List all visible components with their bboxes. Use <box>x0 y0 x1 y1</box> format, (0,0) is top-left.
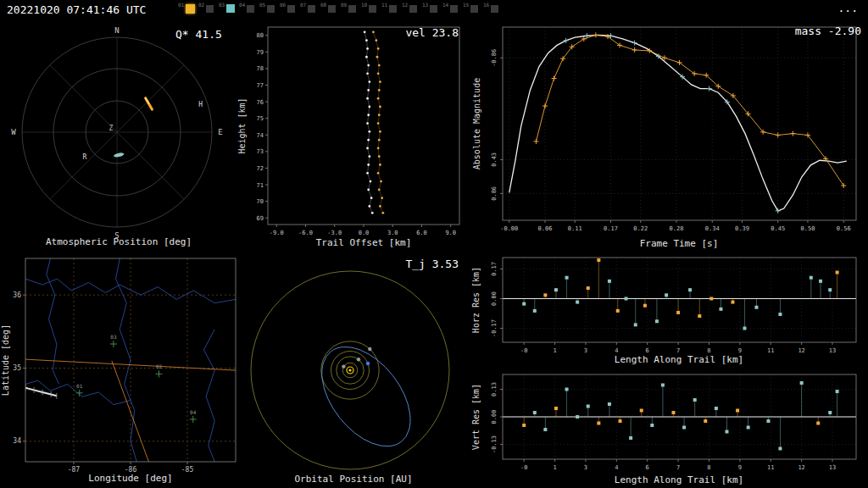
frame-indicator-02[interactable]: 02 <box>198 2 219 16</box>
frame-chip <box>267 5 275 13</box>
svg-text:79: 79 <box>257 49 264 56</box>
svg-text:3: 3 <box>584 347 587 352</box>
frame-strip: 01020304050607080910111213141516 <box>178 2 504 17</box>
frame-chip <box>450 5 458 13</box>
orbital-position-panel: T_j 3.53 Orbital Position [AU] <box>237 251 470 488</box>
svg-text:0.00: 0.00 <box>491 410 498 424</box>
svg-text:Horz Res [km]: Horz Res [km] <box>471 267 481 333</box>
svg-text:0.00: 0.00 <box>491 291 498 306</box>
svg-text:35: 35 <box>13 364 21 372</box>
frame-indicator-16[interactable]: 16 <box>483 2 504 16</box>
frame-indicator-15[interactable]: 15 <box>463 2 483 16</box>
horz-length-xlabel: Length Along Trail [km] <box>615 354 743 365</box>
frame-number: 16 <box>483 2 489 8</box>
svg-text:34: 34 <box>13 437 21 445</box>
svg-text:0.50: 0.50 <box>801 225 815 232</box>
svg-text:0.13: 0.13 <box>491 382 498 396</box>
ground-map-panel: 01020304-87-86-85343536Latitude [deg] Lo… <box>0 251 237 488</box>
svg-text:11: 11 <box>767 464 774 471</box>
svg-text:E: E <box>218 128 222 136</box>
overflow-menu-button[interactable]: ... <box>838 2 858 14</box>
svg-text:0.0: 0.0 <box>359 230 370 236</box>
svg-text:3.0: 3.0 <box>387 230 398 236</box>
frame-indicator-05[interactable]: 05 <box>259 2 280 16</box>
frame-chip <box>348 5 356 13</box>
trail-offset-xlabel: Trail Offset [km] <box>316 237 412 248</box>
frame-indicator-09[interactable]: 09 <box>341 2 361 16</box>
trail-offset-plot: -9.0-6.0-3.00.03.06.09.06970717273747576… <box>237 19 470 251</box>
frame-number: 12 <box>402 2 408 8</box>
svg-text:1: 1 <box>553 347 556 352</box>
frame-chip <box>206 5 214 13</box>
svg-text:74: 74 <box>257 132 264 139</box>
svg-text:7: 7 <box>676 347 680 352</box>
svg-text:03: 03 <box>110 334 117 340</box>
svg-text:0.45: 0.45 <box>771 225 785 232</box>
ground-map-plot: 01020304-87-86-85343536Latitude [deg] <box>0 251 237 488</box>
horizontal-residuals-plot: -01346789111213-0.170.000.17Horz Res [km… <box>470 251 868 352</box>
svg-text:1: 1 <box>553 464 556 471</box>
frame-chip <box>247 5 254 13</box>
orbital-position-title: Orbital Position [AU] <box>294 474 412 485</box>
frame-indicator-08[interactable]: 08 <box>320 2 341 16</box>
atmospheric-position-plot: NSWEZHR <box>0 19 237 251</box>
svg-text:-0.86: -0.86 <box>491 49 498 67</box>
frame-chip <box>491 5 498 13</box>
frame-number: 01 <box>178 2 184 8</box>
svg-text:04: 04 <box>190 409 197 415</box>
frame-number: 13 <box>422 2 428 8</box>
frame-indicator-03[interactable]: 03 <box>219 2 239 16</box>
svg-text:6: 6 <box>646 347 649 352</box>
svg-text:4: 4 <box>615 464 618 471</box>
atmospheric-position-title: Atmospheric Position [deg] <box>46 236 192 247</box>
frame-chip <box>409 5 417 13</box>
svg-text:7: 7 <box>676 464 680 471</box>
svg-text:-0.17: -0.17 <box>491 319 498 337</box>
frame-indicator-07[interactable]: 07 <box>300 2 320 16</box>
meteor-tracking-dashboard: 20221020 07:41:46 UTC 010203040506070809… <box>0 0 868 488</box>
frame-number: 15 <box>463 2 469 8</box>
vertical-residuals-panel: -01346789111213-0.130.000.13Vert Res [km… <box>470 369 868 488</box>
svg-text:8: 8 <box>707 347 710 352</box>
svg-text:-87: -87 <box>68 466 81 474</box>
svg-text:W: W <box>11 128 16 136</box>
frame-chip <box>287 5 295 13</box>
svg-text:9: 9 <box>738 464 742 471</box>
frame-chip <box>308 5 315 13</box>
top-bar: 20221020 07:41:46 UTC 010203040506070809… <box>0 0 868 19</box>
svg-text:78: 78 <box>257 65 264 72</box>
frame-indicator-14[interactable]: 14 <box>442 2 463 16</box>
svg-text:11: 11 <box>767 347 774 352</box>
svg-text:13: 13 <box>829 347 836 352</box>
frame-indicator-11[interactable]: 11 <box>381 2 402 16</box>
svg-text:Z: Z <box>109 125 114 132</box>
frame-number: 02 <box>198 2 204 8</box>
frame-number: 07 <box>300 2 306 8</box>
svg-text:N: N <box>114 26 119 35</box>
svg-text:Absolute Magnitude: Absolute Magnitude <box>472 78 481 169</box>
magnitude-panel: -0.000.060.110.170.220.280.340.390.450.5… <box>470 19 868 251</box>
frame-number: 14 <box>442 2 448 8</box>
svg-text:0.43: 0.43 <box>491 152 498 167</box>
frame-number: 08 <box>320 2 326 8</box>
svg-text:9: 9 <box>738 347 742 352</box>
svg-text:75: 75 <box>257 115 264 122</box>
svg-text:76: 76 <box>257 99 264 106</box>
frame-indicator-06[interactable]: 06 <box>280 2 300 16</box>
frame-indicator-01[interactable]: 01 <box>178 2 198 16</box>
mass-reading: mass -2.90 <box>795 25 861 37</box>
frame-indicator-10[interactable]: 10 <box>361 2 381 16</box>
frame-number: 03 <box>219 2 225 8</box>
svg-text:R: R <box>83 153 87 161</box>
frame-chip <box>389 5 397 13</box>
frame-indicator-04[interactable]: 04 <box>239 2 259 16</box>
frame-indicator-13[interactable]: 13 <box>422 2 442 16</box>
svg-text:70: 70 <box>257 198 264 205</box>
frame-indicator-12[interactable]: 12 <box>402 2 422 16</box>
trail-offset-panel: -9.0-6.0-3.00.03.06.09.06970717273747576… <box>237 19 470 251</box>
svg-text:-0: -0 <box>520 347 527 352</box>
svg-text:-85: -85 <box>181 466 194 474</box>
svg-text:Height [km]: Height [km] <box>237 97 247 153</box>
svg-text:0.56: 0.56 <box>837 225 851 232</box>
frame-chip <box>430 5 437 13</box>
